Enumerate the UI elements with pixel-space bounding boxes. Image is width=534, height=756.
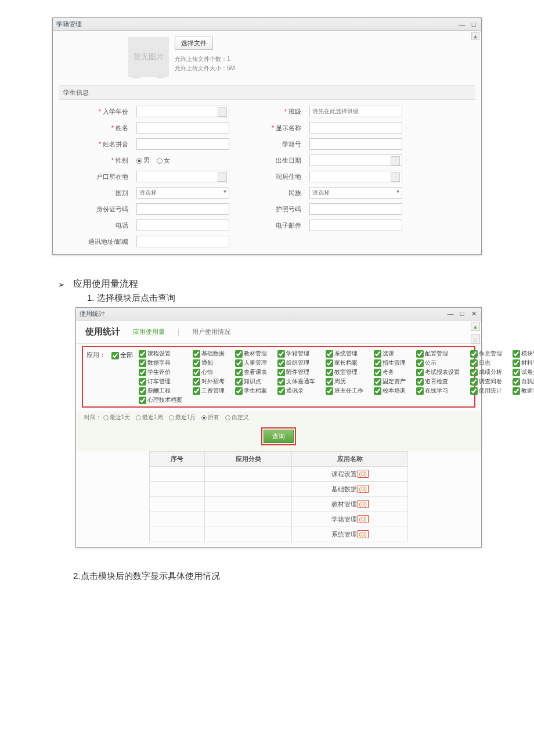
count-link[interactable]: (0) — [358, 500, 369, 508]
maximize-icon[interactable]: □ — [458, 310, 466, 318]
time-filter-row: 时间： 最近1天最近1周最近1月所有自定义 — [76, 411, 481, 424]
input-birth[interactable] — [309, 154, 402, 166]
checkbox-app[interactable]: 系统管理 — [326, 350, 363, 358]
checkbox-app[interactable]: 在线学习 — [416, 387, 460, 395]
input-student-id[interactable] — [309, 138, 402, 150]
checkbox-app[interactable]: 自我展示 — [513, 377, 534, 386]
label-display-name: 显示名称 — [237, 124, 301, 132]
checkbox-app[interactable]: 订车管理 — [139, 377, 182, 386]
col-app-name: 应用名称 — [292, 452, 408, 467]
radio-female-icon[interactable] — [157, 158, 163, 164]
screenshot-student-form: 学籍管理 — □ ▲ 暂无图片 选择文件 允许上传文件个数：1 允许上传文件大小… — [52, 17, 482, 255]
home-icon[interactable]: ⌂ — [471, 334, 480, 344]
checkbox-app[interactable]: 模块管理 — [513, 350, 534, 358]
checkbox-app[interactable]: 校本培训 — [374, 387, 406, 395]
checkbox-app[interactable]: 查看课表 — [235, 368, 267, 376]
input-huji[interactable] — [136, 171, 229, 182]
input-idcard[interactable] — [136, 203, 229, 215]
label-sex: 性别 — [76, 156, 128, 165]
input-pinyin[interactable] — [136, 138, 229, 150]
checkbox-app[interactable]: 考务 — [374, 368, 406, 376]
checkbox-app[interactable]: 文体嘉通车 — [277, 377, 315, 386]
scroll-up-icon[interactable]: ▲ — [471, 322, 480, 331]
input-tel[interactable] — [136, 219, 229, 231]
input-name[interactable] — [136, 122, 229, 134]
label-pinyin: 姓名拼音 — [76, 140, 128, 149]
query-button[interactable]: 查询 — [261, 427, 296, 445]
count-link[interactable]: (0) — [358, 515, 369, 523]
checkbox-app[interactable]: 作息管理 — [470, 350, 502, 358]
checkbox-app[interactable]: 调查问卷 — [470, 377, 502, 386]
checkbox-app[interactable]: 成绩分析 — [470, 368, 502, 376]
checkbox-app — [193, 396, 225, 404]
checkbox-app[interactable]: 配置管理 — [416, 350, 460, 358]
checkbox-app[interactable]: 课程设置 — [139, 350, 182, 358]
select-ethnic[interactable]: 请选择 — [309, 187, 402, 199]
table-row: 学籍管理(0) — [149, 512, 408, 527]
checkbox-app — [277, 396, 315, 404]
input-live[interactable] — [309, 171, 402, 182]
label-email: 电子邮件 — [237, 221, 301, 230]
input-passport[interactable] — [309, 203, 402, 215]
checkbox-app[interactable]: 学生评价 — [139, 368, 182, 376]
checkbox-app[interactable]: 试卷分析 — [513, 368, 534, 376]
checkbox-app[interactable]: 家长档案 — [326, 359, 363, 367]
checkbox-app[interactable]: 学生档案 — [235, 387, 267, 395]
checkbox-app[interactable]: 通知 — [193, 359, 225, 367]
input-display-name[interactable] — [309, 122, 402, 134]
checkbox-app[interactable]: 招生管理 — [374, 359, 406, 367]
input-class[interactable]: 请先在此选择班级 — [309, 106, 402, 117]
time-option[interactable]: 最近1周 — [136, 414, 163, 420]
checkbox-app[interactable]: 使用统计 — [470, 387, 502, 395]
checkbox-app[interactable]: 选课 — [374, 350, 406, 358]
checkbox-app[interactable]: 教室管理 — [326, 368, 363, 376]
checkbox-app[interactable]: 对外招考 — [193, 377, 225, 386]
checkbox-app[interactable]: 固定资产 — [374, 377, 406, 386]
checkbox-all[interactable]: 全部 — [111, 350, 133, 404]
time-option[interactable]: 最近1月 — [169, 414, 196, 420]
select-nationality[interactable]: 请选择 — [136, 187, 229, 199]
checkbox-app[interactable]: 材料管理 — [513, 359, 534, 367]
radio-male-icon[interactable] — [136, 158, 142, 164]
scroll-up-icon[interactable]: ▲ — [471, 32, 479, 40]
checkbox-app[interactable]: 附件管理 — [277, 368, 315, 376]
tab-user-usage[interactable]: 用户使用情况 — [190, 326, 233, 337]
checkbox-app[interactable]: 道育检查 — [416, 377, 460, 386]
checkbox-app[interactable]: 组织管理 — [277, 359, 315, 367]
checkbox-app[interactable]: 公示 — [416, 359, 460, 367]
checkbox-app[interactable]: 通讯录 — [277, 387, 315, 395]
count-link[interactable]: (0) — [358, 530, 369, 538]
label-idcard: 身份证号码 — [76, 205, 128, 214]
maximize-icon[interactable]: □ — [470, 21, 478, 28]
input-email[interactable] — [309, 219, 402, 231]
choose-file-button[interactable]: 选择文件 — [175, 37, 213, 50]
checkbox-app[interactable]: 人事管理 — [235, 359, 267, 367]
checkbox-app[interactable]: 知识点 — [235, 377, 267, 386]
count-link[interactable]: (0) — [358, 470, 369, 478]
checkbox-app[interactable]: 教师评价 — [513, 387, 534, 395]
checkbox-app[interactable]: 工资管理 — [193, 387, 225, 395]
close-icon[interactable]: ✕ — [470, 310, 478, 318]
checkbox-app[interactable]: 考试报表设置 — [416, 368, 460, 376]
minimize-icon[interactable]: — — [458, 21, 466, 28]
checkbox-app[interactable]: 心情 — [193, 368, 225, 376]
checkbox-app[interactable]: 数据字典 — [139, 359, 182, 367]
time-option[interactable]: 最近1天 — [103, 414, 131, 420]
checkbox-app[interactable]: 薪酬工程 — [139, 387, 182, 395]
checkbox-app[interactable]: 基础数据 — [193, 350, 225, 358]
checkbox-app[interactable]: 日志 — [470, 359, 502, 367]
checkbox-app[interactable]: 心理技术档案 — [139, 396, 182, 404]
tab-app-usage[interactable]: 应用使用量 — [131, 326, 167, 337]
checkbox-app[interactable]: 班主任工作 — [326, 387, 363, 395]
input-address[interactable] — [136, 236, 229, 247]
checkbox-app[interactable]: 学籍管理 — [277, 350, 315, 358]
input-year[interactable] — [136, 106, 229, 117]
time-option[interactable]: 所有 — [201, 414, 219, 420]
checkbox-app[interactable]: 教材管理 — [235, 350, 267, 358]
minimize-icon[interactable]: — — [446, 310, 454, 318]
upload-limit-count: 允许上传文件个数：1 — [175, 55, 235, 64]
time-option[interactable]: 自定义 — [225, 414, 249, 420]
checkbox-app[interactable]: 周历 — [326, 377, 363, 386]
count-link[interactable]: (0) — [358, 485, 369, 493]
radio-sex[interactable]: 男 女 — [136, 156, 229, 165]
